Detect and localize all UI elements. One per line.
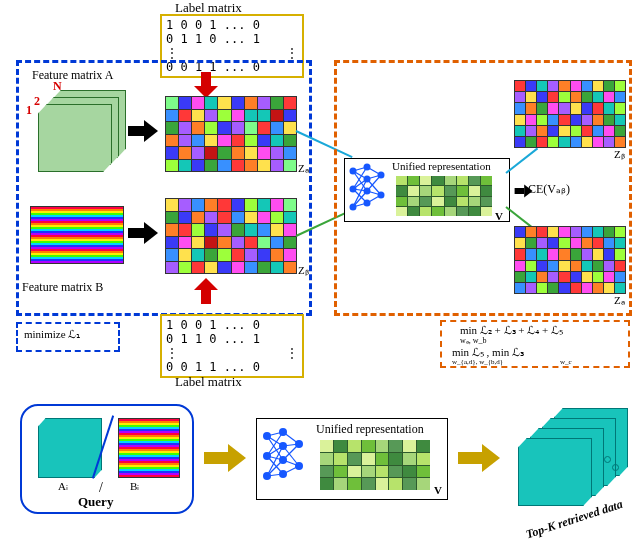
- za2-mosaic: [514, 226, 626, 294]
- v-label-2: V: [434, 484, 442, 496]
- svg-point-24: [378, 192, 385, 199]
- zb-label: Zᵦ: [298, 264, 309, 277]
- svg-point-44: [279, 428, 287, 436]
- svg-point-46: [279, 456, 287, 464]
- svg-point-17: [350, 186, 357, 193]
- svg-point-45: [279, 442, 287, 450]
- za-label: Zₐ: [298, 162, 309, 175]
- label-matrix-bottom-caption: Label matrix: [175, 374, 242, 390]
- ai-label: Aᵢ: [58, 480, 68, 493]
- zb2-label: Zᵦ: [614, 148, 625, 161]
- query-sheet-ai: [38, 418, 102, 478]
- svg-point-23: [378, 172, 385, 179]
- legend-orange-sub2: w_{a,d}, w_{b,d}: [452, 358, 503, 366]
- svg-point-20: [364, 176, 371, 183]
- feature-rainbow-b: [30, 206, 124, 264]
- arrow-unified-to-topk: [458, 446, 498, 470]
- feature-matrix-a-label: Feature matrix A: [32, 68, 113, 83]
- svg-point-42: [263, 452, 271, 460]
- unified-label-2: Unified representation: [316, 422, 424, 437]
- zb2-mosaic: [514, 80, 626, 148]
- axis-2: 2: [34, 94, 40, 109]
- legend-orange-sub3: w_c: [560, 358, 572, 366]
- za-mosaic: [165, 96, 297, 172]
- svg-point-21: [364, 188, 371, 195]
- arrow-a-to-za: [128, 122, 156, 140]
- query-rainbow-bi: [118, 418, 180, 478]
- arrow-query-to-unified: [204, 446, 244, 470]
- za2-label: Zₐ: [614, 294, 625, 307]
- svg-point-22: [364, 200, 371, 207]
- query-label: Query: [78, 494, 113, 510]
- svg-point-49: [295, 462, 303, 470]
- zb-mosaic: [165, 198, 297, 274]
- svg-point-43: [263, 472, 271, 480]
- v-mosaic-2: [320, 440, 430, 490]
- legend-orange-sub1: wₐ, w_b: [460, 336, 487, 345]
- nn-icon: [347, 161, 389, 217]
- legend-min-l1: minimize ℒ₁: [24, 328, 80, 341]
- feature-matrix-b-label: Feature matrix B: [22, 280, 103, 295]
- axis-1: 1: [26, 103, 32, 118]
- axis-n: N: [53, 79, 62, 94]
- label-matrix-bottom: 1 0 0 1 ... 0 0 1 1 0 ... 1 ⋮ ⋮ 0 0 1 1 …: [160, 314, 304, 378]
- v-label: V: [495, 210, 503, 222]
- arrow-label-to-zb: [196, 278, 216, 304]
- svg-point-19: [364, 164, 371, 171]
- unified-label: Unified representation: [392, 160, 491, 172]
- ce-label: CE(Vₐᵦ): [528, 182, 570, 197]
- arrow-b-to-zb: [128, 224, 156, 242]
- svg-point-41: [263, 432, 271, 440]
- bi-label: Bᵢ: [130, 480, 139, 493]
- svg-point-18: [350, 204, 357, 211]
- nn-icon-2: [260, 426, 308, 490]
- v-mosaic: [396, 176, 492, 216]
- svg-point-47: [279, 470, 287, 478]
- svg-point-48: [295, 440, 303, 448]
- svg-point-16: [350, 168, 357, 175]
